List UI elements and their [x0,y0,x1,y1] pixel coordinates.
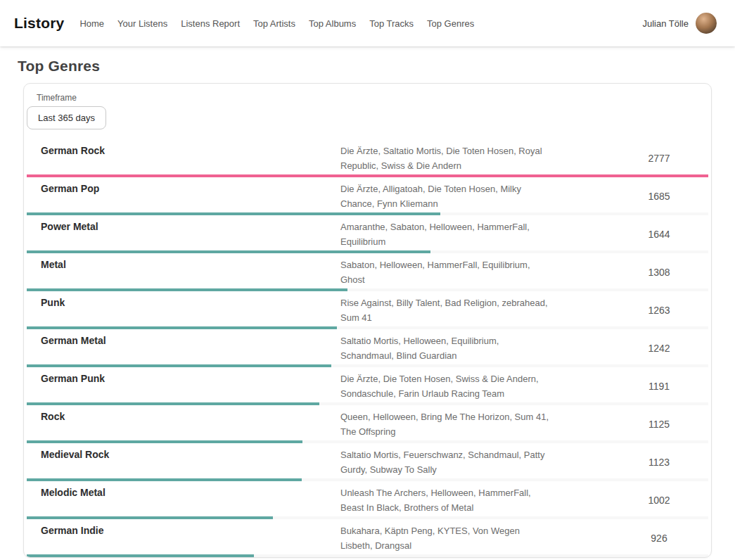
genre-row: German Rock Die Ärzte, Saltatio Mortis, … [27,139,708,177]
genre-count: 2777 [648,153,670,164]
top-genres-card: Timeframe Last 365 days German Rock Die … [23,83,712,558]
genre-name: German Punk [41,371,340,401]
genre-count: 1263 [648,305,670,316]
genre-row: German Metal Saltatio Mortis, Helloween,… [27,329,708,367]
genre-artists: Amaranthe, Sabaton, Helloween, HammerFal… [340,219,551,249]
genre-bar [27,554,254,557]
user-name: Julian Tölle [642,18,689,29]
genre-name: Power Metal [41,219,340,249]
genre-artists: Bukahara, Käptn Peng, KYTES, Von Wegen L… [340,523,551,553]
avatar[interactable] [696,13,717,34]
genre-table: German Rock Die Ärzte, Saltatio Mortis, … [27,139,708,557]
genre-row: German Pop Die Ärzte, Alligatoah, Die To… [27,177,708,215]
nav-item-listens-report[interactable]: Listens Report [181,18,240,29]
genre-name: German Rock [41,144,340,173]
genre-name: Rock [41,409,340,439]
genre-row: Power Metal Amaranthe, Sabaton, Hellowee… [27,215,708,253]
genre-name: German Metal [41,333,340,363]
genre-artists: Saltatio Mortis, Helloween, Equilibrium,… [340,333,551,363]
genre-artists: Sabaton, Helloween, HammerFall, Equilibr… [340,257,551,287]
genre-artists: Die Ärzte, Saltatio Mortis, Die Toten Ho… [340,144,551,173]
genre-count: 1644 [648,229,670,240]
app-logo[interactable]: Listory [14,15,64,32]
genre-row: Rock Queen, Helloween, Bring Me The Hori… [27,405,708,443]
genre-row: Punk Rise Against, Billy Talent, Bad Rel… [27,291,708,329]
nav-item-top-albums[interactable]: Top Albums [309,18,356,29]
genre-count: 1308 [648,267,670,278]
genre-count: 1191 [648,381,670,392]
genre-artists: Queen, Helloween, Bring Me The Horizon, … [340,409,551,439]
genre-row: Melodic Metal Unleash The Archers, Hello… [27,481,708,519]
genre-name: German Pop [41,182,340,211]
timeframe-control: Timeframe Last 365 days [27,93,708,129]
genre-count: 1123 [648,457,670,468]
nav-item-top-artists[interactable]: Top Artists [253,18,295,29]
genre-name: Punk [41,295,340,325]
main-nav: HomeYour ListensListens ReportTop Artist… [79,18,474,29]
genre-count: 1242 [648,343,670,354]
page-title: Top Genres [18,58,735,75]
genre-artists: Die Ärzte, Alligatoah, Die Toten Hosen, … [340,182,551,211]
timeframe-select[interactable]: Last 365 days [27,106,106,129]
genre-count: 926 [651,533,667,544]
genre-name: Melodic Metal [41,485,340,515]
genre-artists: Die Ärzte, Die Toten Hosen, Swiss & Die … [340,371,551,401]
nav-item-your-listens[interactable]: Your Listens [117,18,167,29]
genre-artists: Rise Against, Billy Talent, Bad Religion… [340,295,551,325]
genre-row: Medieval Rock Saltatio Mortis, Feuerschw… [27,443,708,481]
nav-item-top-genres[interactable]: Top Genres [427,18,474,29]
genre-name: Metal [41,257,340,287]
genre-artists: Unleash The Archers, Helloween, HammerFa… [340,485,551,515]
genre-count: 1685 [648,191,670,202]
genre-name: German Indie [41,523,340,553]
genre-name: Medieval Rock [41,447,340,477]
genre-artists: Saltatio Mortis, Feuerschwanz, Schandmau… [340,447,551,477]
genre-row: German Punk Die Ärzte, Die Toten Hosen, … [27,367,708,405]
genre-row: Metal Sabaton, Helloween, HammerFall, Eq… [27,253,708,291]
genre-bar-track [27,554,708,557]
app-bar: Listory HomeYour ListensListens ReportTo… [0,0,735,46]
genre-count: 1002 [648,495,670,506]
timeframe-label: Timeframe [37,93,708,103]
nav-item-top-tracks[interactable]: Top Tracks [369,18,414,29]
nav-item-home[interactable]: Home [79,18,104,29]
user-menu[interactable]: Julian Tölle [642,13,717,34]
genre-row: German Indie Bukahara, Käptn Peng, KYTES… [27,519,708,557]
genre-count: 1125 [648,419,670,430]
